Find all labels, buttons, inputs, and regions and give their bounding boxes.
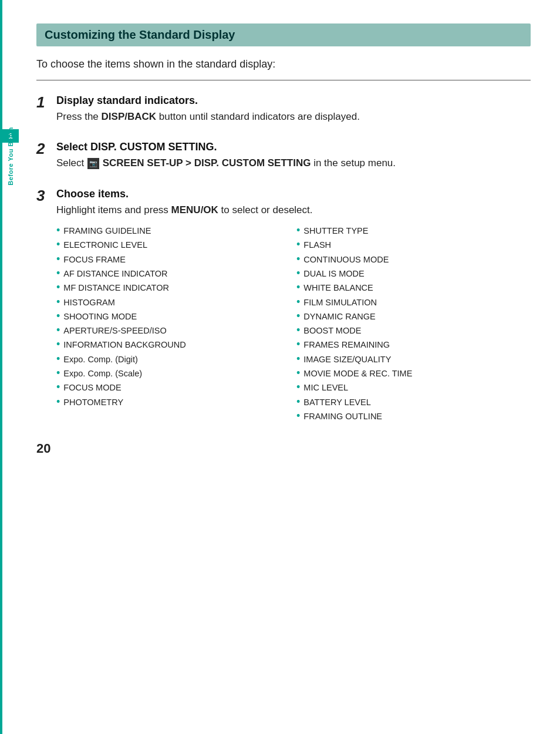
bullet-dot: • — [56, 353, 60, 365]
list-item: •SHUTTER TYPE — [296, 224, 531, 238]
main-content: Customizing the Standard Display To choo… — [19, 0, 560, 734]
bullet-dot: • — [296, 410, 300, 422]
list-item: •SHOOTING MODE — [56, 309, 291, 324]
list-item: •FRAMING GUIDELINE — [56, 224, 291, 238]
list-item: •IMAGE SIZE/QUALITY — [296, 352, 531, 366]
step-2: 2 Select DISP. CUSTOM SETTING. Select 📷 … — [36, 141, 531, 171]
bullet-dot: • — [56, 239, 60, 251]
list-item: •FLASH — [296, 238, 531, 252]
bullet-dot: • — [296, 254, 300, 265]
list-item: •MF DISTANCE INDICATOR — [56, 281, 291, 295]
bullet-dot: • — [296, 325, 300, 336]
list-item: •FOCUS FRAME — [56, 252, 291, 267]
intro-text: To choose the items shown in the standar… — [36, 58, 531, 70]
step-1-title: Display standard indicators. — [56, 95, 531, 107]
list-item: •APERTURE/S-SPEED/ISO — [56, 324, 291, 338]
bullet-dot: • — [56, 254, 60, 265]
bullet-dot: • — [56, 396, 60, 408]
page-title: Customizing the Standard Display — [45, 28, 522, 42]
step-number-1: 1 — [36, 93, 56, 112]
bullet-dot: • — [56, 311, 60, 322]
bullet-dot: • — [56, 339, 60, 351]
list-item: •INFORMATION BACKGROUND — [56, 338, 291, 352]
step-1-content: Display standard indicators. Press the D… — [56, 95, 531, 124]
list-item: •DYNAMIC RANGE — [296, 309, 531, 324]
step-3-title: Choose items. — [56, 188, 531, 200]
list-item: •ELECTRONIC LEVEL — [56, 238, 291, 252]
header-banner: Customizing the Standard Display — [36, 23, 531, 46]
bullet-dot: • — [56, 382, 60, 393]
sidebar-label: Before You Begin — [7, 127, 14, 185]
bullet-dot: • — [56, 268, 60, 280]
bullet-dot: • — [296, 282, 300, 294]
bullet-dot: • — [296, 239, 300, 251]
list-item: •Expo. Comp. (Digit) — [56, 352, 291, 366]
list-item: •MOVIE MODE & REC. TIME — [296, 366, 531, 381]
list-item: •BATTERY LEVEL — [296, 395, 531, 409]
bullet-dot: • — [296, 396, 300, 408]
list-item: •FILM SIMULATION — [296, 295, 531, 309]
step-2-body: Select 📷 SCREEN SET-UP > DISP. CUSTOM SE… — [56, 156, 531, 171]
list-item: •FOCUS MODE — [56, 381, 291, 395]
list-item: •FRAMING OUTLINE — [296, 409, 531, 423]
step-number-3: 3 — [36, 187, 56, 205]
step-3-content: Choose items. Highlight items and press … — [56, 188, 531, 424]
list-item: •BOOST MODE — [296, 324, 531, 338]
list-item: •Expo. Comp. (Scale) — [56, 366, 291, 381]
page-number: 20 — [36, 441, 531, 456]
bullet-dot: • — [296, 297, 300, 308]
bullet-dot: • — [296, 353, 300, 365]
step-number-2: 2 — [36, 140, 56, 158]
list-item: •DUAL IS MODE — [296, 267, 531, 281]
list-item: •FRAMES REMAINING — [296, 338, 531, 352]
list-item: •HISTOGRAM — [56, 295, 291, 309]
bullet-dot: • — [56, 325, 60, 336]
left-column: •FRAMING GUIDELINE•ELECTRONIC LEVEL•FOCU… — [56, 224, 291, 423]
step-1: 1 Display standard indicators. Press the… — [36, 95, 531, 124]
section-divider — [36, 80, 531, 80]
step-1-body: Press the DISP/BACK button until standar… — [56, 109, 531, 124]
list-item: •PHOTOMETRY — [56, 395, 291, 409]
bullet-dot: • — [296, 382, 300, 393]
list-item: •AF DISTANCE INDICATOR — [56, 267, 291, 281]
bullet-dot: • — [56, 368, 60, 379]
step-2-content: Select DISP. CUSTOM SETTING. Select 📷 SC… — [56, 141, 531, 171]
bullet-dot: • — [296, 368, 300, 379]
bullet-dot: • — [296, 339, 300, 351]
bullet-dot: • — [296, 268, 300, 280]
bullet-columns: •FRAMING GUIDELINE•ELECTRONIC LEVEL•FOCU… — [56, 224, 531, 423]
right-column: •SHUTTER TYPE•FLASH•CONTINUOUS MODE•DUAL… — [296, 224, 531, 423]
step-3: 3 Choose items. Highlight items and pres… — [36, 188, 531, 424]
bullet-dot: • — [296, 225, 300, 237]
list-item: •WHITE BALANCE — [296, 281, 531, 295]
bullet-dot: • — [56, 297, 60, 308]
step-2-title: Select DISP. CUSTOM SETTING. — [56, 141, 531, 153]
list-item: •CONTINUOUS MODE — [296, 252, 531, 267]
bullet-dot: • — [56, 282, 60, 294]
step-3-body: Highlight items and press MENU/OK to sel… — [56, 203, 531, 218]
bullet-dot: • — [56, 225, 60, 237]
list-item: •MIC LEVEL — [296, 381, 531, 395]
sidebar: 1 Before You Begin — [0, 0, 19, 734]
bullet-dot: • — [296, 311, 300, 322]
